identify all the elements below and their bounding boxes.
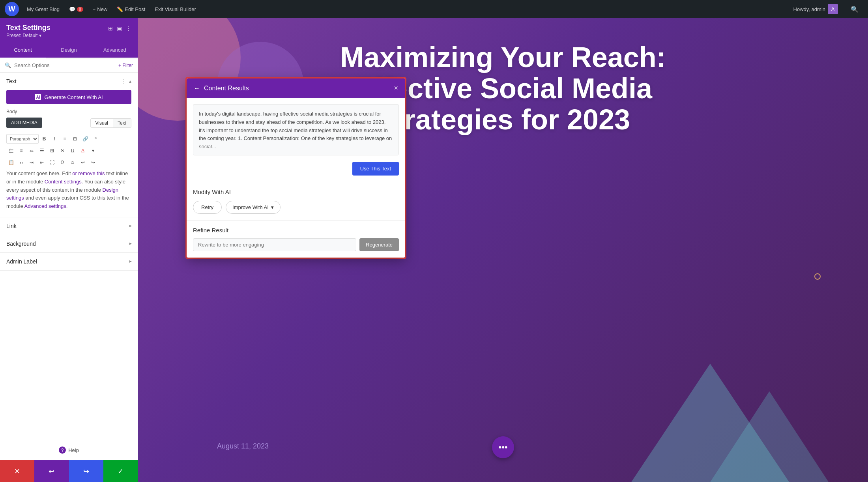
section-text-header[interactable]: Text ⋮ ▴ xyxy=(0,73,138,90)
advanced-settings-link[interactable]: Advanced settings xyxy=(24,203,66,209)
text-color-dropdown[interactable]: ▾ xyxy=(88,146,98,155)
ai-generate-button[interactable]: AI Generate Content With AI xyxy=(6,90,131,104)
ordered-list-button[interactable]: ⊟ xyxy=(70,134,80,144)
align-center-button[interactable]: ≡ xyxy=(17,146,26,155)
edit-post-link[interactable]: ✏️ Edit Post xyxy=(112,0,150,18)
save-icon: ✓ xyxy=(118,467,123,476)
site-name-link[interactable]: My Great Blog xyxy=(22,0,64,18)
search-input[interactable] xyxy=(14,62,115,68)
add-media-button[interactable]: ADD MEDIA xyxy=(6,118,42,128)
tab-advanced[interactable]: Advanced xyxy=(92,42,138,58)
tab-design[interactable]: Design xyxy=(46,42,92,58)
section-background-chevron-icon: ▾ xyxy=(127,243,133,245)
howdy-section[interactable]: Howdy, admin A xyxy=(789,4,843,14)
content-settings-link[interactable]: Content settings xyxy=(45,179,82,185)
comments-link[interactable]: 💬 0 xyxy=(64,0,88,18)
exit-builder-link[interactable]: Exit Visual Builder xyxy=(150,0,201,18)
more-options-icon[interactable]: ⋮ xyxy=(126,25,131,32)
editor-text: Your content goes here. Edit xyxy=(6,170,72,176)
bold-button[interactable]: B xyxy=(39,134,49,144)
section-admin-label-header[interactable]: Admin Label ▾ xyxy=(0,253,138,270)
wordpress-logo-icon[interactable]: W xyxy=(5,2,19,16)
editor-tab-visual[interactable]: Visual xyxy=(91,119,113,127)
redo-button[interactable]: ↪ xyxy=(69,460,103,482)
indent-button[interactable]: ⇥ xyxy=(27,158,36,167)
strikethrough-button[interactable]: S xyxy=(58,146,67,155)
outdent-button[interactable]: ⇤ xyxy=(37,158,47,167)
paragraph-select[interactable]: Paragraph Heading 1 Heading 2 xyxy=(6,134,39,144)
modal-highlight-border: ← Content Results × In today's digital l… xyxy=(185,77,406,259)
sidebar-bottom-bar: ✕ ↩ ↪ ✓ xyxy=(0,460,138,482)
sidebar: Text Settings Preset: Default ▾ ⊞ ▣ ⋮ Co… xyxy=(0,18,138,482)
editor-content-area[interactable]: Your content goes here. Edit or remove t… xyxy=(6,170,131,211)
ai-icon: AI xyxy=(35,94,41,100)
plus-icon: + xyxy=(93,6,96,12)
main-layout: Text Settings Preset: Default ▾ ⊞ ▣ ⋮ Co… xyxy=(0,18,868,482)
section-admin-label-chevron-icon: ▾ xyxy=(127,260,133,263)
sidebar-tabs: Content Design Advanced xyxy=(0,42,138,58)
modal-back-icon[interactable]: ← xyxy=(194,85,200,92)
hero-decoration-dot xyxy=(814,273,821,280)
preset-dropdown[interactable]: Preset: Default ▾ xyxy=(6,33,51,38)
unordered-list-button[interactable]: ≡ xyxy=(60,134,69,144)
modify-with-ai-label: Modify With AI xyxy=(193,189,399,195)
use-this-text-button[interactable]: Use This Text xyxy=(352,162,399,176)
search-icon[interactable]: 🔍 xyxy=(846,6,863,13)
section-text-more-icon[interactable]: ⋮ xyxy=(120,78,126,84)
emoji-button[interactable]: ☺ xyxy=(68,158,77,167)
modal-header: ← Content Results × xyxy=(187,78,405,98)
paste-button[interactable]: 📋 xyxy=(6,158,16,167)
section-text-chevron-icon: ▴ xyxy=(129,78,131,84)
align-right-button[interactable]: ⬰ xyxy=(27,146,36,155)
filter-button[interactable]: + Filter xyxy=(118,63,133,68)
undo-button[interactable]: ↩ xyxy=(34,460,69,482)
section-admin-label-label: Admin Label xyxy=(6,258,37,265)
section-link: Link ▾ xyxy=(0,217,138,235)
editor-tab-group: Visual Text xyxy=(90,118,131,128)
align-justify-button[interactable]: ☰ xyxy=(37,146,47,155)
tab-content[interactable]: Content xyxy=(0,42,46,58)
help-button[interactable]: ? Help xyxy=(0,440,138,460)
table-button[interactable]: ⊞ xyxy=(47,146,57,155)
canvas-fab-button[interactable]: ••• xyxy=(492,436,514,458)
split-view-icon[interactable]: ▣ xyxy=(117,25,122,32)
section-admin-label: Admin Label ▾ xyxy=(0,253,138,271)
admin-bar-right: Howdy, admin A 🔍 xyxy=(789,4,863,14)
section-link-label: Link xyxy=(6,223,17,229)
undo-icon: ↩ xyxy=(49,467,54,476)
cancel-button[interactable]: ✕ xyxy=(0,460,34,482)
text-color-button[interactable]: A xyxy=(78,146,88,155)
help-icon: ? xyxy=(59,447,66,454)
fullscreen-button[interactable]: ⛶ xyxy=(47,158,57,167)
editor-toolbar-2: ⬱ ≡ ⬰ ☰ ⊞ S U A ▾ xyxy=(6,146,131,155)
improve-chevron-icon: ▾ xyxy=(271,204,274,210)
modify-buttons-group: Retry Improve With AI ▾ xyxy=(193,201,399,214)
content-preview-text: In today's digital landscape, having eff… xyxy=(199,111,392,149)
undo-editor-button[interactable]: ↩ xyxy=(78,158,88,167)
refine-result-label: Refine Result xyxy=(193,227,399,234)
link-button[interactable]: 🔗 xyxy=(80,134,90,144)
avatar: A xyxy=(828,4,838,14)
retry-button[interactable]: Retry xyxy=(193,201,222,214)
special-chars-button[interactable]: Ω xyxy=(58,158,67,167)
focus-mode-icon[interactable]: ⊞ xyxy=(108,25,113,32)
subscript-button[interactable]: x₂ xyxy=(17,158,26,167)
refine-input[interactable] xyxy=(193,238,356,251)
modal-body: In today's digital landscape, having eff… xyxy=(187,98,405,258)
save-button[interactable]: ✓ xyxy=(103,460,138,482)
section-link-header[interactable]: Link ▾ xyxy=(0,217,138,235)
admin-bar: W My Great Blog 💬 0 + New ✏️ Edit Post E… xyxy=(0,0,868,18)
modal-close-button[interactable]: × xyxy=(394,84,398,92)
blockquote-button[interactable]: ❝ xyxy=(91,134,100,144)
sidebar-search-bar: 🔍 + Filter xyxy=(0,58,138,73)
regenerate-button[interactable]: Regenerate xyxy=(359,238,399,251)
section-background-header[interactable]: Background ▾ xyxy=(0,235,138,252)
underline-button[interactable]: U xyxy=(68,146,77,155)
new-post-link[interactable]: + New xyxy=(88,0,112,18)
editor-tab-text[interactable]: Text xyxy=(113,119,131,127)
edit-link[interactable]: or remove this xyxy=(72,170,105,176)
redo-editor-button[interactable]: ↪ xyxy=(88,158,98,167)
align-left-button[interactable]: ⬱ xyxy=(6,146,16,155)
italic-button[interactable]: I xyxy=(50,134,59,144)
improve-with-ai-button[interactable]: Improve With AI ▾ xyxy=(226,201,281,214)
